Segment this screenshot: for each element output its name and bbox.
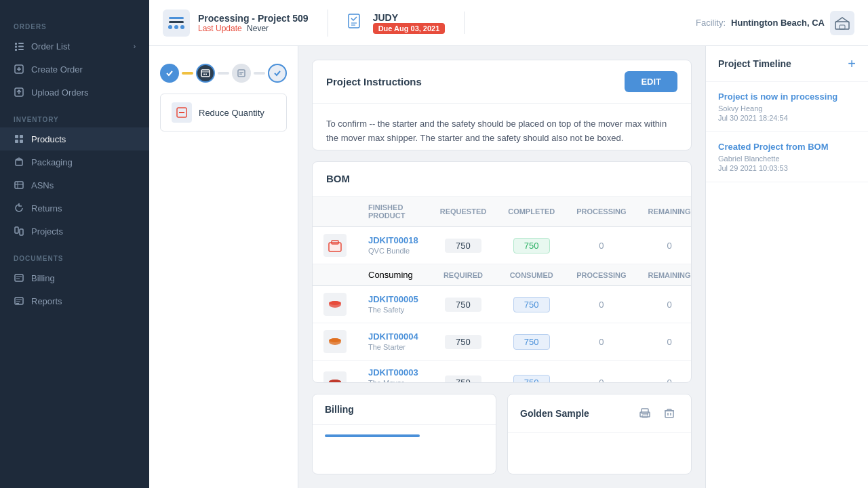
delete-button[interactable] — [660, 404, 679, 423]
packaging-icon — [14, 157, 24, 167]
sidebar-item-label: Upload Orders — [31, 87, 89, 98]
reduce-quantity-button[interactable]: Reduce Quantity — [160, 94, 287, 131]
th-processing: Processing — [566, 197, 637, 227]
sidebar: ORDERS Order List › Create Order Upload … — [0, 0, 149, 488]
billing-icon — [14, 272, 24, 283]
instructions-card: Project Instructions EDIT To confirm -- … — [312, 60, 692, 150]
svg-point-54 — [647, 413, 648, 415]
consumed-badge: 750 — [513, 297, 550, 312]
step-2-icon — [196, 64, 215, 83]
svg-rect-51 — [642, 409, 648, 413]
progress-track-2 — [218, 72, 229, 75]
bom-card: BOM Finished Product Requested Completed… — [312, 161, 692, 383]
svg-rect-40 — [239, 74, 242, 75]
assignee-info: JUDY Due Aug 03, 2021 — [373, 12, 446, 34]
consuming-sku-link[interactable]: JDKIT00003 — [368, 367, 418, 378]
sidebar-item-reports[interactable]: Reports — [0, 289, 149, 312]
c-remaining-cell: 0 — [637, 286, 692, 323]
product-name: QVC Bundle — [368, 247, 410, 255]
timeline-event-user: Sokvy Heang — [718, 104, 856, 113]
timeline-add-button[interactable]: + — [848, 57, 856, 70]
consuming-thumb-cell — [313, 286, 357, 323]
svg-rect-20 — [15, 227, 18, 233]
sidebar-item-label: Billing — [31, 273, 55, 283]
sidebar-item-create-order[interactable]: Create Order — [0, 58, 149, 81]
svg-rect-36 — [203, 74, 205, 75]
consuming-thumbnail — [323, 293, 347, 316]
instructions-title: Project Instructions — [326, 76, 422, 87]
th-requested: Requested — [429, 197, 497, 227]
bom-row: JDKIT00018 QVC Bundle 750 750 0 0 — [313, 227, 692, 264]
project-icon — [163, 9, 190, 37]
edit-button[interactable]: EDIT — [625, 71, 677, 92]
timeline-header: Project Timeline + — [706, 46, 868, 82]
sidebar-item-upload-orders[interactable]: Upload Orders — [0, 81, 149, 104]
c-remaining-cell: 0 — [637, 323, 692, 361]
consuming-row: JDKIT00005 The Safety 750 750 0 0 — [313, 286, 692, 323]
svg-rect-38 — [238, 70, 245, 77]
consumed-badge: 750 — [513, 375, 550, 383]
facility-name: Huntington Beach, CA — [731, 18, 825, 28]
product-sku-link[interactable]: JDKIT00018 — [368, 235, 418, 245]
c-processing-cell: 0 — [566, 361, 637, 383]
consuming-name: The Starter — [368, 343, 406, 351]
warehouse-icon — [830, 11, 854, 35]
instructions-body: To confirm -- the starter and the safety… — [313, 104, 691, 150]
documents-section-title: DOCUMENTS — [0, 243, 149, 266]
sidebar-item-products[interactable]: Products — [0, 127, 149, 150]
consuming-info-cell: JDKIT00004 The Starter — [357, 323, 429, 361]
svg-rect-0 — [15, 43, 17, 45]
reduce-qty-icon — [172, 102, 192, 123]
sidebar-item-label: Order List — [31, 41, 70, 52]
required-cell: 750 — [429, 286, 497, 323]
assignee-section: JUDY Due Aug 03, 2021 — [347, 12, 465, 34]
sidebar-item-packaging[interactable]: Packaging — [0, 150, 149, 174]
bom-header: BOM — [313, 162, 691, 197]
sidebar-item-projects[interactable]: Projects — [0, 220, 149, 243]
golden-sample-header: Golden Sample — [508, 394, 691, 433]
list-icon — [14, 41, 24, 52]
svg-rect-11 — [15, 135, 18, 138]
facility-section: Facility: Huntington Beach, CA — [696, 11, 854, 35]
reports-icon — [14, 296, 24, 306]
svg-rect-13 — [15, 140, 18, 143]
inventory-section-title: INVENTORY — [0, 104, 149, 127]
sidebar-item-label: Create Order — [31, 64, 83, 75]
completed-badge: 750 — [513, 238, 550, 253]
consuming-col-label: Consuming — [357, 264, 429, 286]
bottom-cards: Billing Golden Sample — [312, 394, 692, 474]
required-col-label: Required — [429, 264, 497, 286]
products-icon — [14, 134, 24, 144]
sidebar-item-returns[interactable]: Returns — [0, 197, 149, 220]
svg-rect-39 — [239, 72, 243, 73]
chevron-icon: › — [134, 43, 136, 50]
svg-rect-22 — [15, 274, 23, 281]
consumed-cell: 750 — [497, 286, 566, 323]
consuming-sku-link[interactable]: JDKIT00004 — [368, 331, 418, 342]
required-badge: 750 — [445, 298, 481, 312]
consuming-row: JDKIT00003 The Mover Max 750 750 0 0 — [313, 361, 692, 383]
timeline-event-user: Gabriel Blanchette — [718, 155, 856, 163]
svg-rect-33 — [840, 25, 845, 29]
sidebar-item-order-list[interactable]: Order List › — [0, 35, 149, 58]
step-3-icon — [232, 64, 251, 83]
instructions-header: Project Instructions EDIT — [313, 60, 691, 104]
facility-label: Facility: — [696, 18, 726, 28]
svg-rect-15 — [16, 160, 22, 165]
reduce-quantity-label: Reduce Quantity — [199, 108, 264, 118]
sidebar-item-asns[interactable]: ASNs — [0, 174, 149, 197]
sidebar-item-billing[interactable]: Billing — [0, 266, 149, 289]
golden-sample-title: Golden Sample — [520, 408, 589, 419]
bom-table: Finished Product Requested Completed Pro… — [313, 197, 692, 383]
required-badge: 750 — [445, 375, 481, 383]
consuming-sku-link[interactable]: JDKIT00005 — [368, 294, 418, 304]
project-subtitle: Last Update Never — [198, 24, 309, 33]
create-icon — [14, 64, 24, 75]
projects-icon — [14, 226, 24, 237]
billing-card-body — [313, 425, 496, 466]
svg-rect-14 — [20, 140, 23, 143]
timeline-event-title: Project is now in processing — [718, 92, 856, 102]
assignee-due: Due Aug 03, 2021 — [373, 23, 446, 34]
svg-rect-34 — [201, 70, 210, 77]
print-button[interactable] — [635, 404, 654, 423]
